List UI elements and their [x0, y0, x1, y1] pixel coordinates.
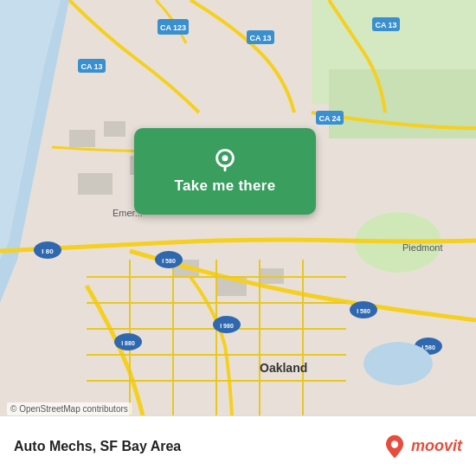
svg-text:CA 13: CA 13 — [375, 21, 396, 29]
location-pin-icon — [213, 148, 237, 172]
svg-text:I 580: I 580 — [162, 258, 176, 264]
svg-text:Piedmont: Piedmont — [402, 242, 442, 253]
bottom-bar: Auto Mechs, SF Bay Area moovit — [0, 415, 476, 476]
svg-rect-7 — [104, 121, 125, 137]
svg-text:CA 24: CA 24 — [318, 114, 340, 123]
moovit-brand-text: moovit — [411, 437, 462, 455]
svg-point-52 — [222, 155, 228, 161]
moovit-logo: moovit — [382, 434, 462, 460]
take-me-there-label: Take me there — [175, 177, 276, 195]
svg-text:I 880: I 880 — [121, 340, 135, 346]
svg-text:I 580: I 580 — [357, 308, 370, 314]
svg-point-50 — [363, 342, 433, 385]
moovit-pin-icon — [382, 434, 408, 460]
svg-text:CA 123: CA 123 — [160, 23, 186, 32]
svg-text:I 80: I 80 — [42, 248, 54, 255]
svg-text:CA 13: CA 13 — [80, 62, 102, 71]
place-name: Auto Mechs, SF Bay Area — [14, 439, 181, 454]
svg-text:I 980: I 980 — [220, 323, 234, 329]
svg-text:CA 13: CA 13 — [249, 34, 271, 42]
svg-point-53 — [391, 441, 398, 447]
svg-rect-6 — [69, 130, 95, 147]
svg-text:Oakland: Oakland — [260, 361, 307, 375]
take-me-there-card[interactable]: Take me there — [134, 128, 316, 215]
svg-rect-8 — [78, 173, 113, 195]
map-attribution: © OpenStreetMap contributors — [7, 402, 132, 415]
